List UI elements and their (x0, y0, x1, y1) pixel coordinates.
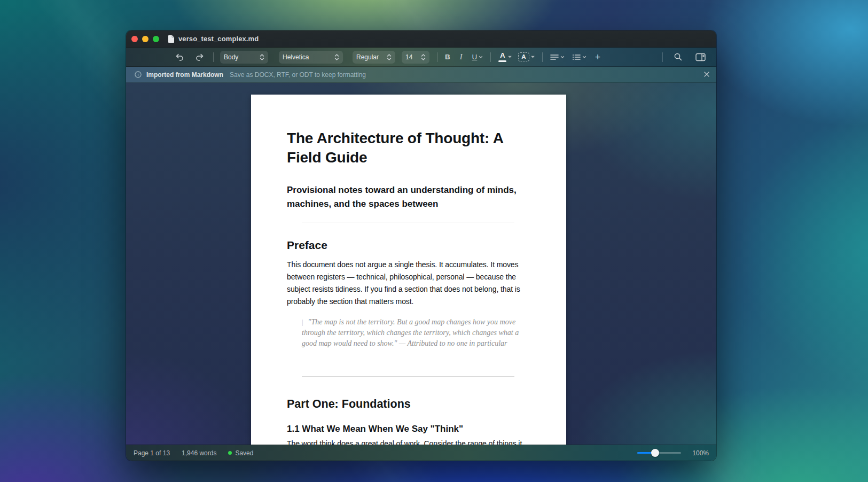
toolbar-separator (490, 52, 491, 62)
preface-heading: Preface (287, 238, 530, 252)
bulleted-list-icon (572, 53, 581, 61)
document-file-icon (168, 35, 175, 43)
traffic-lights (131, 36, 159, 42)
text-color-button[interactable]: A (497, 51, 513, 63)
chevron-down-icon (508, 56, 512, 58)
chevron-down-icon (531, 56, 535, 58)
insert-button[interactable]: + (594, 51, 602, 63)
document-subtitle: Provisional notes toward an understandin… (287, 183, 530, 211)
word-count: 1,946 words (182, 449, 216, 457)
undo-icon[interactable] (174, 51, 185, 63)
font-size-stepper[interactable]: 14 (402, 51, 429, 64)
statusbar: Page 1 of 13 1,946 words Saved 100% (126, 445, 716, 461)
stepper-chevrons-icon (260, 53, 264, 61)
document-page[interactable]: The Architecture of Thought: A Field Gui… (251, 95, 566, 445)
banner-close-icon[interactable] (703, 71, 710, 77)
chevron-down-icon (479, 56, 483, 59)
toolbar-separator (662, 52, 663, 62)
zoom-slider-knob[interactable] (651, 449, 659, 457)
document-title: The Architecture of Thought: A Field Gui… (287, 129, 530, 167)
sidebar-toggle-icon[interactable] (694, 52, 707, 63)
bold-button[interactable]: B (444, 52, 451, 62)
preface-paragraph: This document does not argue a single th… (287, 259, 530, 308)
app-window: verso_test_complex.md Body Helvetica Reg… (126, 30, 716, 461)
banner-title: Imported from Markdown (146, 71, 223, 79)
horizontal-rule (302, 222, 514, 222)
chevron-down-icon (582, 56, 587, 59)
font-weight-value: Regular (356, 53, 379, 61)
search-icon[interactable] (672, 51, 684, 63)
import-banner: Imported from Markdown Save as DOCX, RTF… (126, 67, 716, 83)
info-icon (135, 71, 142, 78)
titlebar[interactable]: verso_test_complex.md (126, 30, 716, 48)
paragraph-style-value: Body (224, 53, 238, 61)
saved-label: Saved (235, 449, 253, 457)
paragraph-style-dropdown[interactable]: Body (220, 51, 268, 64)
underline-button[interactable]: U (471, 52, 484, 62)
chevron-down-icon (560, 56, 565, 59)
section-1-1-paragraph: The word think does a great deal of work… (287, 438, 530, 445)
blockquote-bar: | (302, 318, 303, 326)
font-family-value: Helvetica (283, 53, 309, 61)
toolbar-separator (437, 52, 437, 62)
font-size-value: 14 (405, 53, 412, 61)
window-title: verso_test_complex.md (178, 35, 259, 43)
stepper-chevrons-icon (387, 53, 392, 61)
save-status: Saved (228, 449, 253, 457)
section-1-1-heading: 1.1 What We Mean When We Say "Think" (287, 423, 530, 435)
toolbar-separator (542, 52, 543, 62)
blockquote: |"The map is not the territory. But a go… (302, 317, 529, 349)
blockquote-text: "The map is not the territory. But a goo… (302, 318, 519, 347)
zoom-level: 100% (689, 449, 709, 457)
close-window-button[interactable] (131, 36, 138, 42)
saved-dot-icon (228, 451, 232, 455)
font-weight-dropdown[interactable]: Regular (353, 51, 395, 64)
align-lines-icon (550, 53, 559, 61)
text-color-swatch (498, 60, 506, 63)
stepper-chevrons-icon (421, 53, 426, 61)
page-count: Page 1 of 13 (134, 449, 170, 457)
list-style-button[interactable] (571, 52, 588, 63)
part-one-heading: Part One: Foundations (287, 397, 530, 411)
character-highlight-button[interactable]: A (517, 51, 535, 63)
editor-canvas[interactable]: The Architecture of Thought: A Field Gui… (126, 83, 716, 445)
minimize-window-button[interactable] (142, 36, 148, 42)
text-align-button[interactable] (549, 52, 566, 63)
font-family-dropdown[interactable]: Helvetica (279, 51, 343, 64)
zoom-slider[interactable] (637, 449, 681, 457)
fullscreen-window-button[interactable] (153, 36, 159, 42)
redo-icon[interactable] (194, 51, 206, 63)
toolbar-separator (213, 52, 214, 62)
stepper-chevrons-icon (334, 53, 339, 61)
horizontal-rule (302, 376, 514, 377)
banner-message: Save as DOCX, RTF, or ODT to keep format… (230, 71, 366, 79)
toolbar: Body Helvetica Regular 14 B I U A (126, 48, 716, 67)
italic-button[interactable]: I (459, 52, 464, 62)
